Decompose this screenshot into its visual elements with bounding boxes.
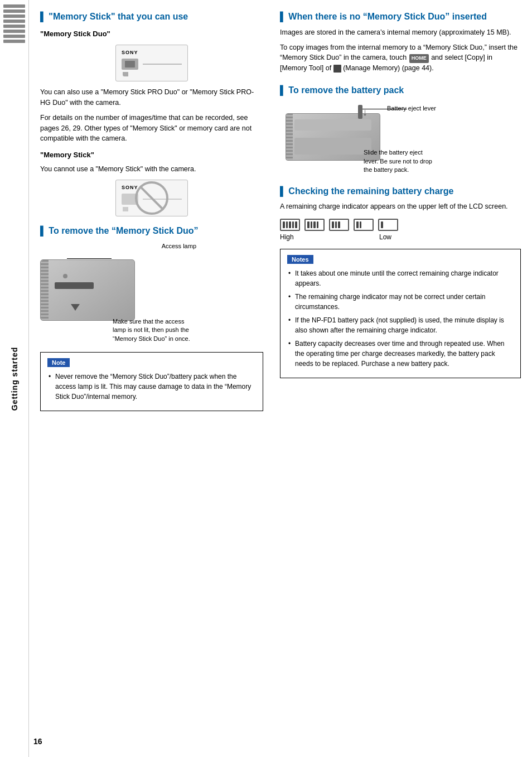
- stripe-7: [3, 35, 25, 38]
- bar1: [356, 221, 359, 228]
- notes-bullets-list: It takes about one minute until the corr…: [287, 268, 514, 369]
- device-body: [40, 259, 135, 321]
- charge-bars-4: [306, 220, 323, 230]
- section1-heading: "Memory Stick" that you can use: [40, 11, 263, 23]
- section-memory-stick-use: "Memory Stick" that you can use "Memory …: [40, 11, 263, 216]
- bar4: [317, 221, 319, 228]
- stripe-2: [3, 9, 25, 13]
- notes-bullet-4: Battery capacity decreases over time and…: [287, 339, 514, 369]
- stripe-4: [3, 20, 25, 23]
- notes-bullet-3: If the NP-FD1 battery pack (not supplied…: [287, 315, 514, 335]
- stripe-8: [3, 40, 25, 43]
- bar5-empty: [369, 221, 371, 228]
- bar2: [360, 221, 362, 228]
- manage-memory-icon: [333, 65, 341, 73]
- bar3: [313, 221, 316, 228]
- ms-removal-diagram: Access lamp Make sure that the access la…: [40, 243, 196, 343]
- sub1-body2: For details on the number of images/time…: [40, 113, 263, 144]
- main-content: "Memory Stick" that you can use "Memory …: [29, 0, 532, 757]
- remove-battery-heading: To remove the battery pack: [280, 85, 521, 97]
- charge-indicator-5: [280, 219, 300, 231]
- section-remove-battery: To remove the battery pack ↓: [280, 85, 521, 175]
- battery-removal-diagram: ↓ Battery eject lever Slide the battery …: [280, 102, 436, 175]
- charge-indicator-4: [304, 219, 325, 231]
- notes-bullet-2: The remaining charge indicator may not b…: [287, 292, 514, 312]
- section-no-ms: When there is no “Memory Stick Duo” inse…: [280, 11, 521, 74]
- push-arrow-icon: [71, 304, 80, 311]
- bar5-empty: [344, 221, 346, 228]
- charge-bars-2: [355, 220, 373, 230]
- stripe-1: [3, 4, 25, 8]
- charge-indicators: [280, 219, 521, 231]
- bar1: [381, 221, 383, 228]
- chapter-label-container: Getting started: [10, 346, 19, 411]
- bar4-empty: [366, 221, 368, 228]
- no-ms-body1: Images are stored in the camera’s intern…: [280, 27, 521, 38]
- notes-bullet-1: It takes about one minute until the corr…: [287, 268, 514, 288]
- sub1-label: "Memory Stick Duo": [40, 28, 263, 40]
- left-column: "Memory Stick" that you can use "Memory …: [40, 11, 274, 746]
- sidebar-stripes: [0, 0, 28, 112]
- note-label: Note: [47, 358, 70, 367]
- bar4-empty: [341, 221, 344, 228]
- note-bullet-1: Never remove the “Memory Stick Duo”/batt…: [47, 372, 256, 402]
- charge-bars-1: [379, 220, 397, 230]
- bar4: [292, 221, 294, 228]
- charge-bars-3: [330, 220, 348, 230]
- section-remove-ms: To remove the “Memory Stick Duo” Access …: [40, 225, 263, 343]
- charge-bars-5: [281, 220, 299, 230]
- home-button-icon: HOME: [409, 54, 429, 63]
- charge-indicator-3: [329, 219, 349, 231]
- no-ms-body4: (Manage Memory) (page 44).: [343, 64, 434, 72]
- bar5-empty: [393, 221, 395, 228]
- bar1: [332, 221, 334, 228]
- note-bullets: Never remove the “Memory Stick Duo”/batt…: [47, 372, 256, 402]
- bar2: [286, 221, 288, 228]
- section-battery-charge: Checking the remaining battery charge A …: [280, 186, 521, 379]
- notes-box: Notes It takes about one minute until th…: [280, 249, 521, 378]
- section2-heading: To remove the “Memory Stick Duo”: [40, 225, 263, 237]
- access-lamp-label: Access lamp: [162, 243, 196, 249]
- sub2-body: You cannot use a "Memory Stick" with the…: [40, 164, 263, 175]
- charge-indicator-1: [378, 219, 398, 231]
- bar3: [338, 221, 340, 228]
- bar2-empty: [384, 221, 386, 228]
- ms-push-caption: Make sure that the access lamp is not li…: [113, 317, 196, 343]
- device-slot: [55, 282, 94, 289]
- bar1: [307, 221, 309, 228]
- charge-high-label: High: [280, 233, 294, 241]
- stripe-5: [3, 25, 25, 28]
- charge-indicator-2: [354, 219, 374, 231]
- stripe-3: [3, 15, 25, 18]
- bar2: [335, 221, 337, 228]
- bar3-empty: [362, 221, 365, 228]
- bar5-empty: [320, 221, 322, 228]
- sub2-label: "Memory Stick": [40, 150, 263, 161]
- battery-charge-body: A remaining charge indicator appears on …: [280, 201, 521, 212]
- right-column: When there is no “Memory Stick Duo” inse…: [274, 11, 521, 746]
- battery-lever-shape: [358, 105, 362, 119]
- bar4-empty: [390, 221, 393, 228]
- chapter-label: Getting started: [10, 346, 19, 411]
- no-ms-body2-full: To copy images from the internal memory …: [280, 42, 521, 74]
- charge-label-row: High Low: [280, 233, 391, 241]
- charge-low-label: Low: [379, 233, 391, 241]
- sub1-body1: You can also use a "Memory Stick PRO Duo…: [40, 87, 263, 108]
- memory-stick-banned-card: SONY: [115, 180, 188, 216]
- access-lamp-dot: [63, 274, 67, 278]
- lamp-label-line: [67, 258, 112, 259]
- note-box: Note Never remove the “Memory Stick Duo”…: [40, 352, 263, 411]
- bar1: [283, 221, 285, 228]
- bar2: [311, 221, 313, 228]
- battery-charge-heading: Checking the remaining battery charge: [280, 186, 521, 197]
- notes-label: Notes: [287, 255, 313, 264]
- section-no-ms-heading: When there is no “Memory Stick Duo” inse…: [280, 11, 521, 23]
- sidebar: Getting started: [0, 0, 29, 757]
- bar3: [289, 221, 291, 228]
- page-number: 16: [33, 737, 42, 746]
- bar5: [295, 221, 297, 228]
- stripe-6: [3, 30, 25, 33]
- battery-caption: Slide the battery eject lever. Be sure n…: [364, 148, 436, 174]
- battery-eject-label: Battery eject lever: [387, 104, 436, 112]
- memory-stick-duo-card: SONY: [115, 45, 188, 81]
